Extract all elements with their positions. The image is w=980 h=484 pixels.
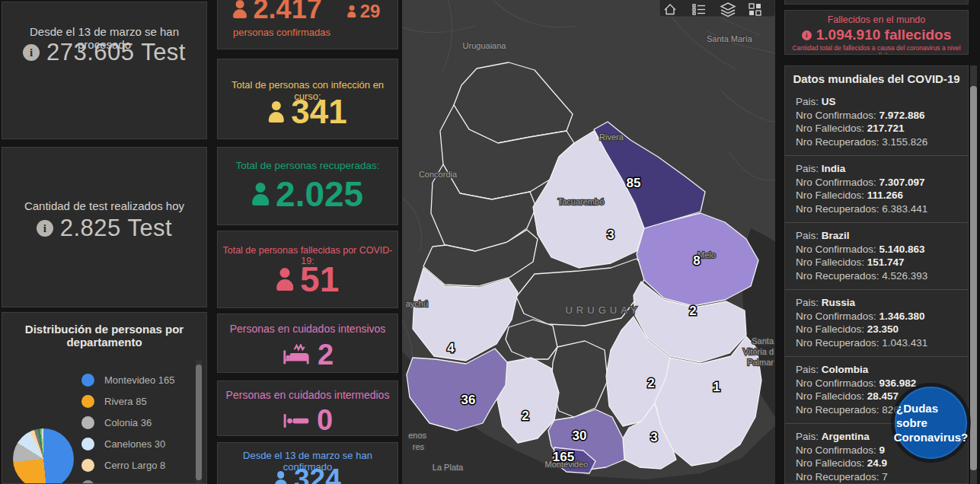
legend-swatch <box>81 374 94 387</box>
legend-swatch <box>81 480 94 484</box>
world-data-title: Datos mundiales del COVID-19 <box>785 72 968 85</box>
legend-item: Colonia 36 <box>81 415 152 430</box>
pie-chart <box>13 428 74 484</box>
country-row: Pais: IndiaNro Confirmados: 7.307.097Nro… <box>785 155 968 222</box>
world-scrollbar[interactable] <box>970 65 977 484</box>
country-stat-line: Pais: Brazil <box>796 229 957 243</box>
fab-line1: ¿Dudas sobre <box>896 401 966 430</box>
map-value-marker: 4 <box>447 341 455 355</box>
map-panel[interactable]: UruguaianaSanta MaríaConcordiaRiveraTacu… <box>402 0 775 484</box>
map-place-label: URUGUAY <box>565 304 640 316</box>
person-icon <box>347 5 356 18</box>
intermediate-title: Personas en cuidados intermedios <box>218 389 397 401</box>
map-legend-button[interactable] <box>693 5 705 14</box>
legend-item: Montevideo 165 <box>81 372 175 387</box>
panel-tests-today: Cantidad de test realizados hoy i 2.825 … <box>2 147 207 307</box>
panel-cut-top <box>784 0 969 5</box>
covid-dashboard: Desde el 13 de marzo se han procesado i … <box>0 0 980 484</box>
country-stat-line: Nro Recuperados: 6.383.441 <box>796 202 957 216</box>
world-deaths-title: Fallecidos en el mundo <box>785 14 968 25</box>
country-stat-line: Nro Fallecidos: 151.747 <box>796 256 957 269</box>
confirmed-delta: 29 <box>360 1 381 22</box>
legend-label: Soriano 4 <box>104 481 147 484</box>
country-stat-line: Nro Confirmados: 1.346.380 <box>796 310 957 323</box>
panel-tests-processed: Desde el 13 de marzo se han procesado i … <box>2 2 207 139</box>
confirmed-since-value: 324 <box>294 463 341 484</box>
map-place-label: Palmar <box>747 358 774 367</box>
map-value-marker: 8 <box>693 253 700 268</box>
country-stat-line: Nro Recuperados: 4.526.393 <box>796 269 957 283</box>
map-value-marker: 165 <box>553 450 574 464</box>
map-value-marker: 2 <box>522 409 528 423</box>
legend-item: Soriano 4 <box>81 479 147 484</box>
country-stat-line: Pais: India <box>796 162 957 176</box>
world-deaths-caption: Cantidad total de fallecidos a causa del… <box>785 44 968 55</box>
map-value-marker: 1 <box>713 380 720 394</box>
map-value-marker: 2 <box>689 304 696 318</box>
legend-label: Montevideo 165 <box>104 374 175 386</box>
legend-item: Cerro Largo 8 <box>81 457 165 473</box>
icu-value: 2 <box>318 339 334 371</box>
country-stat-line: Nro Confirmados: 7.307.097 <box>796 176 957 189</box>
active-value: 341 <box>291 93 346 131</box>
map-place-label: Uruguaiana <box>463 41 507 50</box>
person-icon <box>233 0 247 18</box>
country-row: Pais: USNro Confirmados: 7.972.886Nro Fa… <box>785 89 968 155</box>
confirmed-value: 2.417 <box>254 0 322 25</box>
info-icon: i <box>23 44 40 61</box>
legend-swatch <box>81 395 94 408</box>
country-stat-line: Nro Fallecidos: 217.721 <box>796 122 957 135</box>
icu-bed-icon <box>282 344 311 367</box>
legend-scrollbar[interactable] <box>196 360 202 484</box>
department-shape <box>551 341 608 417</box>
confirmed-caption: personas confirmadas <box>233 27 330 38</box>
legend-label: Cerro Largo 8 <box>104 460 165 471</box>
map-toolbar <box>659 0 775 17</box>
distribution-title: Distribución de personas por departament… <box>2 323 206 349</box>
legend-swatch <box>81 416 94 429</box>
panel-confirmed: 2.417 29 personas confirmadas <box>217 0 398 49</box>
map-place-label: Santa <box>752 336 774 345</box>
uruguay-choropleth-map[interactable]: UruguaianaSanta MaríaConcordiaRiveraTacu… <box>402 0 775 484</box>
country-stat-line: Pais: US <box>796 95 957 109</box>
map-place-label: enos <box>408 431 426 440</box>
country-stat-line: Nro Recuperados: 1.043.431 <box>796 336 957 350</box>
deaths-value: 51 <box>300 259 339 300</box>
uruguay-departments[interactable] <box>407 62 761 473</box>
info-icon: i <box>37 220 53 237</box>
country-stat-line: Nro Recuperados: 3.155.826 <box>796 135 957 149</box>
legend-item: Canelones 30 <box>81 436 165 451</box>
map-value-marker: 3 <box>650 430 657 444</box>
map-place-label: res <box>413 442 425 451</box>
icu-title: Personas en cuidados intensivos <box>218 323 397 335</box>
person-icon <box>268 101 284 123</box>
legend-swatch <box>81 438 94 451</box>
map-value-marker: 3 <box>607 228 614 242</box>
department-shape <box>506 320 557 359</box>
tests-today-title: Cantidad de test realizados hoy <box>2 199 206 212</box>
panel-icu: Personas en cuidados intensivos 2 <box>217 314 398 373</box>
intermediate-value: 0 <box>317 404 333 436</box>
country-stat-line: Nro Recuperados: 7 <box>796 470 957 484</box>
recovered-value: 2.025 <box>276 174 363 215</box>
person-icon <box>252 183 269 205</box>
legend-label: Rivera 85 <box>104 396 147 407</box>
world-deaths-value: 1.094.910 fallecidos <box>816 27 951 43</box>
legend-label: Canelones 30 <box>104 438 165 450</box>
map-place-label: Concordia <box>419 170 458 179</box>
panel-deaths: Total de personas fallecidas por COVID-1… <box>217 231 398 308</box>
legend-swatch <box>81 459 94 472</box>
country-stat-line: Nro Fallecidos: 23.350 <box>796 323 957 336</box>
country-stat-line: Nro Confirmados: 7.972.886 <box>796 109 957 123</box>
info-icon: i <box>802 30 812 40</box>
panel-confirmed-since: Desde el 13 de marzo se han confirmado 3… <box>217 442 398 484</box>
recovered-title: Total de personas recuperadas: <box>218 160 397 171</box>
map-value-marker: 85 <box>627 176 641 190</box>
map-place-label: Tacuarembó <box>558 197 605 206</box>
panel-distribution: Distribución de personas por departament… <box>2 312 207 484</box>
country-stat-line: Nro Confirmados: 5.140.863 <box>796 243 957 256</box>
fab-line2: Coronavirus? <box>894 430 969 444</box>
map-place-label: aychú <box>406 299 428 308</box>
map-place-label: La Plata <box>433 463 464 472</box>
coronavirus-help-button[interactable]: ¿Dudas sobre Coronavirus? <box>895 387 967 459</box>
